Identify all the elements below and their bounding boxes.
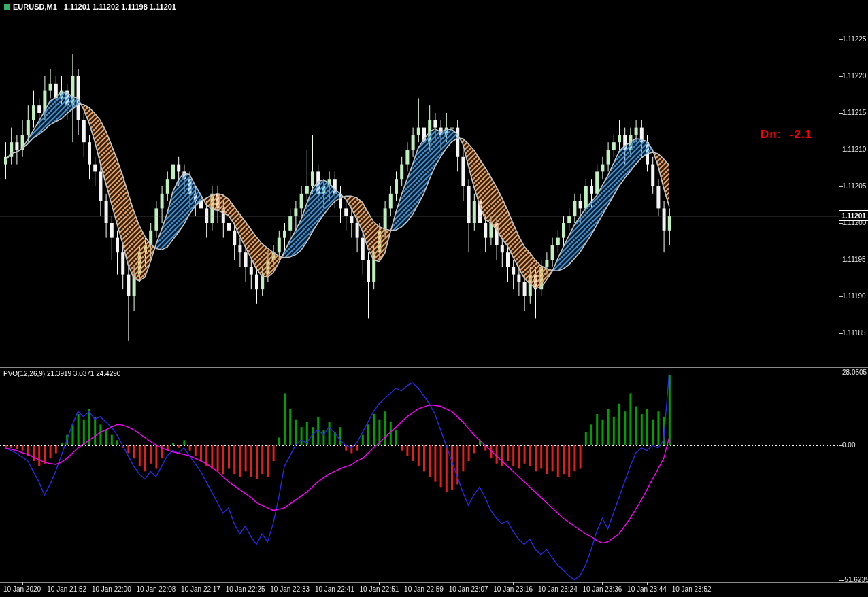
price-tick-label: 1.11185 <box>842 329 866 337</box>
price-tick-label: 1.11220 <box>842 72 866 80</box>
time-tick-label: 10 Jan 22:17 <box>181 585 220 593</box>
time-axis[interactable]: 10 Jan 202010 Jan 21:5210 Jan 22:0010 Ja… <box>0 582 868 597</box>
price-tick-label: 1.11210 <box>842 146 866 153</box>
price-tick-label: 1.11195 <box>842 256 866 263</box>
current-price-label: 1.11201 <box>841 212 866 220</box>
time-tick-label: 10 Jan 22:08 <box>136 585 176 593</box>
time-tick-label: 10 Jan 22:33 <box>270 585 310 593</box>
symbol-label: EURUSD,M1 <box>13 3 57 11</box>
price-axis[interactable]: 1.112251.112201.112151.112101.112051.112… <box>839 0 868 582</box>
time-tick-label: 10 Jan 23:24 <box>538 585 578 593</box>
current-price-tag: 1.11201 <box>839 210 868 221</box>
price-tick-label: 1.11215 <box>842 109 866 116</box>
indicator-tick-label: 28.0505 <box>842 369 867 376</box>
price-tick-label: 1.11205 <box>842 182 866 190</box>
price-tick-label: 1.11225 <box>842 35 866 43</box>
time-tick-label: 10 Jan 22:51 <box>359 585 399 593</box>
time-tick-label: 10 Jan 23:44 <box>627 585 667 593</box>
time-tick-label: 10 Jan 22:00 <box>92 585 131 593</box>
time-tick-label: 10 Jan 22:59 <box>404 585 444 593</box>
time-tick-label: 10 Jan 2020 <box>3 585 41 593</box>
time-tick-label: 10 Jan 23:52 <box>672 585 712 593</box>
time-tick-label: 10 Jan 21:52 <box>47 585 86 593</box>
time-tick-label: 10 Jan 23:07 <box>449 585 488 593</box>
trend-annotation: Dn: -2.1 <box>761 128 812 141</box>
chart-title: EURUSD,M1 1.11201 1.11202 1.11198 1.1120… <box>4 3 176 11</box>
indicator-label: PVO(12,26,9) 21.3919 3.0371 24.4290 <box>3 370 120 377</box>
mt4-chart-window: EURUSD,M1 1.11201 1.11202 1.11198 1.1120… <box>0 0 868 597</box>
time-tick-label: 10 Jan 23:36 <box>582 585 622 593</box>
chart-canvas[interactable] <box>0 0 868 597</box>
indicator-tick-label: 0.00 <box>842 441 855 449</box>
price-tick-label: 1.11190 <box>842 292 866 300</box>
ohlc-readout: 1.11201 1.11202 1.11198 1.11201 <box>64 3 176 11</box>
symbol-icon <box>4 4 10 10</box>
time-tick-label: 10 Jan 22:41 <box>315 585 354 593</box>
time-tick-label: 10 Jan 22:25 <box>226 585 265 593</box>
time-tick-label: 10 Jan 23:16 <box>493 585 533 593</box>
